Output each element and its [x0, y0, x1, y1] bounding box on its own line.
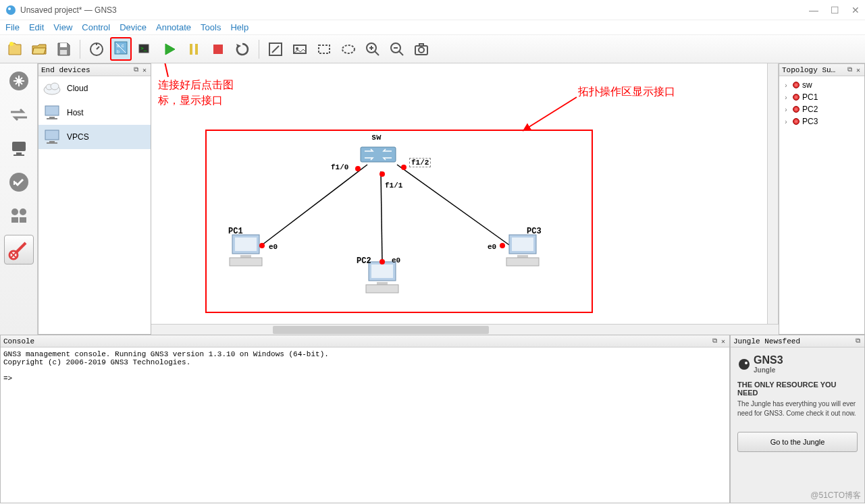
svg-rect-19: [319, 45, 330, 53]
pc1-node[interactable]: [226, 232, 266, 270]
tree-node-sw[interactable]: ›sw: [782, 79, 862, 91]
panel-close-icon[interactable]: ✕: [720, 337, 727, 345]
device-host[interactable]: Host: [38, 101, 151, 125]
port-f10: f1/0: [331, 163, 348, 171]
svg-rect-13: [190, 44, 192, 55]
new-project-icon[interactable]: [4, 38, 26, 60]
all-devices-category-icon[interactable]: [4, 201, 34, 231]
pc2-e0: e0: [392, 256, 400, 264]
pc3-e0: e0: [488, 243, 496, 251]
canvas-vscroll[interactable]: [767, 63, 778, 324]
svg-rect-61: [377, 282, 388, 285]
maximize-button[interactable]: ☐: [831, 5, 839, 16]
toolbar: acb >_: [0, 35, 865, 63]
add-link-icon[interactable]: [4, 235, 34, 264]
tree-node-pc1[interactable]: ›PC1: [782, 91, 862, 103]
menu-help[interactable]: Help: [230, 22, 248, 32]
go-to-jungle-button[interactable]: Go to the Jungle: [737, 432, 858, 452]
console-panel: Console ⧉✕ GNS3 management console. Runn…: [0, 335, 730, 503]
pc3-node[interactable]: [502, 232, 543, 270]
panel-float-icon[interactable]: ⧉: [846, 66, 854, 74]
svg-rect-54: [361, 147, 396, 162]
annotate-image-icon[interactable]: [289, 38, 311, 60]
svg-rect-40: [20, 217, 26, 223]
menu-control[interactable]: Control: [82, 22, 110, 32]
vpcs-icon: [43, 129, 61, 145]
annotate-note-icon[interactable]: [265, 38, 286, 60]
svg-line-52: [381, 171, 382, 261]
links-layer: [151, 63, 778, 324]
svg-rect-30: [419, 44, 423, 46]
svg-line-51: [262, 165, 367, 245]
port-dot: [355, 166, 361, 171]
tree-node-pc2[interactable]: ›PC2: [782, 103, 862, 115]
titlebar: Unsaved project* — GNS3 — ☐ ✕: [0, 0, 865, 20]
panel-close-icon[interactable]: ✕: [855, 66, 862, 74]
minimize-button[interactable]: —: [809, 5, 818, 16]
topology-canvas[interactable]: 连接好后点击图标，显示接口 拓扑操作区显示接口: [151, 63, 779, 324]
end-devices-title: End devices: [41, 66, 132, 74]
status-dot-icon: [793, 106, 800, 113]
console-output[interactable]: GNS3 management console. Running GNS3 ve…: [1, 347, 729, 503]
panel-close-icon[interactable]: ✕: [141, 66, 148, 74]
open-project-icon[interactable]: [28, 38, 50, 60]
menu-file[interactable]: File: [5, 22, 20, 32]
panel-float-icon[interactable]: ⧉: [132, 66, 140, 74]
svg-rect-57: [240, 255, 251, 258]
status-dot-icon: [793, 82, 800, 88]
svg-point-1: [8, 7, 11, 10]
pause-all-icon[interactable]: [183, 38, 205, 60]
menu-annotate[interactable]: Annotate: [156, 22, 191, 32]
svg-rect-3: [60, 43, 67, 47]
switches-category-icon[interactable]: [4, 100, 34, 130]
svg-point-44: [51, 83, 59, 90]
close-button[interactable]: ✕: [851, 5, 860, 16]
end-devices-category-icon[interactable]: [4, 134, 34, 163]
svg-rect-65: [517, 255, 528, 258]
menubar: File Edit View Control Device Annotate T…: [0, 20, 865, 35]
svg-rect-66: [506, 258, 539, 266]
svg-rect-33: [16, 152, 22, 155]
svg-line-22: [375, 51, 379, 55]
security-category-icon[interactable]: [4, 167, 34, 197]
end-devices-list: Cloud Host VPCS: [38, 76, 151, 334]
menu-view[interactable]: View: [53, 22, 72, 32]
screenshot-icon[interactable]: [411, 38, 432, 60]
svg-text:>_: >_: [140, 45, 147, 51]
zoom-out-icon[interactable]: [386, 38, 408, 60]
newsfeed-title: Jungle Newsfeed: [733, 337, 854, 345]
annotate-rect-icon[interactable]: [313, 38, 335, 60]
snapshot-icon[interactable]: [86, 38, 107, 60]
panel-float-icon[interactable]: ⧉: [854, 337, 862, 345]
console-all-icon[interactable]: >_: [134, 38, 156, 60]
device-vpcs[interactable]: VPCS: [38, 125, 151, 149]
console-title: Console: [3, 337, 711, 345]
svg-point-68: [745, 362, 748, 364]
stop-all-icon[interactable]: [207, 38, 229, 60]
svg-rect-49: [49, 141, 55, 142]
menu-tools[interactable]: Tools: [201, 22, 221, 32]
window-title: Unsaved project* — GNS3: [20, 5, 809, 15]
canvas-hscroll[interactable]: [151, 324, 779, 335]
newsfeed-desc: The Jungle has everything you will ever …: [737, 399, 858, 418]
annotate-ellipse-icon[interactable]: [338, 38, 359, 60]
menu-device[interactable]: Device: [120, 22, 147, 32]
zoom-in-icon[interactable]: [362, 38, 384, 60]
menu-edit[interactable]: Edit: [29, 22, 44, 32]
switch-node[interactable]: [358, 143, 398, 167]
svg-rect-15: [213, 45, 223, 54]
pc3-label: PC3: [527, 227, 542, 236]
svg-point-18: [296, 47, 298, 50]
port-f11: f1/1: [385, 181, 402, 190]
start-all-icon[interactable]: [159, 38, 180, 60]
panel-float-icon[interactable]: ⧉: [711, 337, 718, 345]
device-cloud[interactable]: Cloud: [38, 76, 151, 101]
reload-all-icon[interactable]: [232, 38, 253, 60]
tree-node-pc3[interactable]: ›PC3: [782, 115, 862, 128]
port-dot: [500, 243, 505, 248]
routers-category-icon[interactable]: [4, 66, 34, 96]
newsfeed-panel: Jungle Newsfeed ⧉ GNS3Jungle THE ONLY RE…: [730, 335, 865, 503]
save-project-icon[interactable]: [53, 38, 74, 60]
show-interface-labels-button[interactable]: acb: [110, 37, 132, 61]
svg-line-26: [399, 51, 403, 55]
